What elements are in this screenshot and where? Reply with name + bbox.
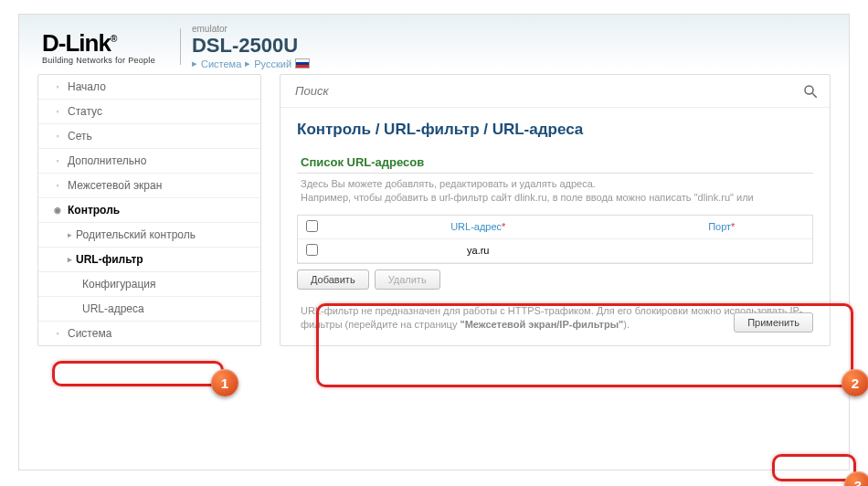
sidebar-item-parental[interactable]: ▸Родительский контроль — [38, 223, 260, 248]
annotation-badge-1: 1 — [211, 369, 238, 396]
logo: D-Link® Building Networks for People — [42, 29, 155, 65]
chevron-right-icon: ▸ — [192, 58, 197, 69]
emulator-label: emulator — [192, 24, 310, 34]
expand-icon: ◦ — [53, 329, 62, 338]
expand-icon: ◦ — [53, 107, 62, 116]
sidebar-item-firewall[interactable]: ◦Межсетевой экран — [38, 174, 260, 198]
help-text: Здесь Вы можете добавлять, редактировать… — [297, 174, 813, 206]
search-box — [281, 75, 830, 108]
table-th-check — [298, 216, 325, 239]
model-block: emulator DSL-2500U ▸ Система ▸ Русский — [192, 24, 310, 69]
chevron-right-icon: ▸ — [68, 255, 72, 264]
chevron-right-icon: ▸ — [68, 230, 72, 239]
annotation-highlight-3 — [772, 454, 856, 481]
divider — [180, 28, 181, 65]
flag-ru-icon — [295, 58, 310, 69]
sidebar-item-url-addresses[interactable]: URL-адреса — [38, 297, 260, 322]
content-panel: Контроль / URL-фильтр / URL-адреса Списо… — [280, 74, 831, 346]
sidebar-item-url-filter[interactable]: ▸URL-фильтр — [38, 248, 260, 272]
search-icon[interactable] — [802, 83, 819, 100]
sidebar-item-network[interactable]: ◦Сеть — [38, 124, 260, 149]
table-th-port: Порт* — [631, 216, 813, 239]
svg-point-0 — [805, 86, 813, 94]
sidebar-item-system[interactable]: ◦Система — [38, 322, 260, 345]
system-link[interactable]: Система — [201, 58, 241, 69]
sidebar: ◦Начало ◦Статус ◦Сеть ◦Дополнительно ◦Ме… — [37, 74, 261, 346]
annotation-badge-3: 3 — [844, 471, 868, 486]
breadcrumb: Контроль / URL-фильтр / URL-адреса — [281, 108, 830, 148]
logo-text: D-Link® — [42, 29, 155, 58]
sidebar-item-control[interactable]: ◉Контроль — [38, 198, 260, 223]
expand-icon: ◦ — [53, 82, 62, 91]
annotation-highlight-1 — [52, 361, 224, 386]
row-port — [631, 238, 813, 262]
row-url: ya.ru — [325, 238, 631, 262]
header: D-Link® Building Networks for People emu… — [19, 15, 849, 74]
apply-button[interactable]: Применить — [734, 312, 813, 333]
sidebar-item-config[interactable]: Конфигурация — [38, 272, 260, 297]
sidebar-item-status[interactable]: ◦Статус — [38, 100, 260, 124]
logo-tagline: Building Networks for People — [42, 56, 155, 65]
collapse-icon: ◉ — [53, 206, 62, 215]
add-button[interactable]: Добавить — [297, 269, 369, 290]
search-input[interactable] — [291, 80, 802, 101]
section-title: Список URL-адресов — [297, 148, 813, 174]
expand-icon: ◦ — [53, 181, 62, 190]
expand-icon: ◦ — [53, 132, 62, 141]
lang-row: ▸ Система ▸ Русский — [192, 58, 310, 69]
select-all-checkbox[interactable] — [306, 220, 318, 232]
expand-icon: ◦ — [53, 156, 62, 165]
row-checkbox[interactable] — [306, 244, 318, 256]
annotation-badge-2: 2 — [842, 369, 868, 396]
table-row[interactable]: ya.ru — [298, 238, 812, 262]
model-label: DSL-2500U — [192, 34, 310, 58]
chevron-right-icon: ▸ — [245, 58, 250, 69]
delete-button[interactable]: Удалить — [375, 269, 440, 290]
sidebar-item-advanced[interactable]: ◦Дополнительно — [38, 149, 260, 174]
svg-line-1 — [812, 93, 817, 98]
sidebar-item-start[interactable]: ◦Начало — [38, 75, 260, 100]
url-table: URL-адрес* Порт* ya.ru — [297, 215, 813, 264]
table-th-url: URL-адрес* — [325, 216, 631, 239]
lang-link[interactable]: Русский — [254, 58, 291, 69]
